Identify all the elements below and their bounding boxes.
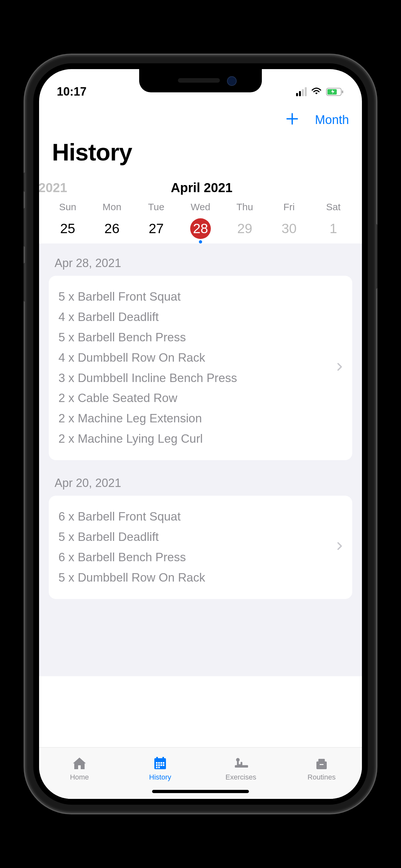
tab-home[interactable]: Home bbox=[39, 748, 120, 789]
calendar-month-header: 2021 April 2021 bbox=[39, 173, 362, 195]
cellular-signal-icon bbox=[296, 87, 307, 96]
day-number[interactable]: 25 bbox=[58, 218, 78, 239]
day-number[interactable]: 26 bbox=[102, 218, 122, 239]
svg-rect-17 bbox=[156, 767, 158, 768]
status-icons bbox=[296, 87, 344, 97]
svg-rect-16 bbox=[163, 764, 164, 766]
page-title: History bbox=[39, 132, 362, 173]
month-view-button[interactable]: Month bbox=[315, 113, 349, 127]
section-date-label: Apr 20, 2021 bbox=[49, 473, 352, 496]
workout-item: 3 x Dumbbell Incline Bench Press bbox=[58, 368, 337, 389]
workout-list: 5 x Barbell Front Squat4 x Barbell Deadl… bbox=[58, 287, 337, 449]
svg-rect-14 bbox=[158, 764, 160, 766]
workout-item: 6 x Barbell Front Squat bbox=[58, 507, 337, 527]
calendar-week-row[interactable]: Sun25Mon26Tue27Wed28Thu29Fri30Sat1 bbox=[39, 195, 362, 244]
wifi-icon bbox=[311, 87, 322, 97]
app-screen: 10:17 bbox=[39, 69, 362, 799]
day-number[interactable]: 30 bbox=[279, 218, 299, 239]
workout-item: 4 x Dumbbell Row On Rack bbox=[58, 348, 337, 368]
day-number[interactable]: 28 bbox=[190, 218, 211, 239]
current-month-label: April 2021 bbox=[41, 181, 362, 195]
day-name-label: Sun bbox=[45, 202, 90, 213]
workout-card[interactable]: 6 x Barbell Front Squat5 x Barbell Deadl… bbox=[49, 496, 352, 599]
calendar-day[interactable]: Thu29 bbox=[223, 202, 267, 244]
section-date-label: Apr 28, 2021 bbox=[49, 253, 352, 276]
routines-icon bbox=[313, 755, 330, 771]
workout-item: 6 x Barbell Bench Press bbox=[58, 547, 337, 568]
calendar-day[interactable]: Wed28 bbox=[178, 202, 222, 244]
workout-item: 5 x Barbell Bench Press bbox=[58, 328, 337, 348]
workout-item: 5 x Dumbbell Row On Rack bbox=[58, 568, 337, 588]
workout-item: 5 x Barbell Deadlift bbox=[58, 527, 337, 547]
exercises-icon bbox=[233, 755, 249, 771]
day-name-label: Wed bbox=[178, 202, 222, 213]
tab-label: Exercises bbox=[225, 773, 256, 781]
tab-label: Routines bbox=[308, 773, 336, 781]
nav-bar: Month bbox=[39, 101, 362, 132]
tab-history[interactable]: History bbox=[120, 748, 201, 789]
svg-rect-18 bbox=[158, 767, 160, 768]
calendar-day[interactable]: Mon26 bbox=[90, 202, 134, 244]
svg-rect-2 bbox=[342, 90, 343, 93]
history-content[interactable]: Apr 28, 20215 x Barbell Front Squat4 x B… bbox=[39, 244, 362, 676]
calendar-day[interactable]: Sat1 bbox=[311, 202, 356, 244]
chevron-right-icon bbox=[337, 541, 343, 553]
day-name-label: Mon bbox=[90, 202, 134, 213]
add-button[interactable] bbox=[286, 111, 299, 129]
day-name-label: Sat bbox=[311, 202, 356, 213]
status-time: 10:17 bbox=[57, 85, 87, 98]
tab-label: Home bbox=[70, 773, 89, 781]
workout-item: 2 x Machine Lying Leg Curl bbox=[58, 429, 337, 449]
day-number[interactable]: 29 bbox=[235, 218, 255, 239]
svg-rect-8 bbox=[162, 757, 164, 760]
calendar-day[interactable]: Fri30 bbox=[267, 202, 311, 244]
day-name-label: Thu bbox=[223, 202, 267, 213]
history-icon bbox=[152, 755, 168, 771]
svg-rect-9 bbox=[156, 762, 158, 764]
workout-item: 2 x Cable Seated Row bbox=[58, 388, 337, 408]
workout-list: 6 x Barbell Front Squat5 x Barbell Deadl… bbox=[58, 507, 337, 588]
svg-rect-12 bbox=[163, 762, 164, 764]
svg-rect-6 bbox=[154, 758, 166, 762]
workout-dot-indicator bbox=[199, 240, 202, 244]
svg-rect-23 bbox=[320, 764, 323, 765]
battery-icon bbox=[326, 88, 344, 96]
svg-rect-22 bbox=[318, 759, 325, 763]
svg-rect-11 bbox=[160, 762, 162, 764]
workout-item: 5 x Barbell Front Squat bbox=[58, 287, 337, 307]
day-number[interactable]: 27 bbox=[146, 218, 166, 239]
home-icon bbox=[71, 755, 88, 771]
home-indicator[interactable] bbox=[152, 790, 249, 793]
chevron-right-icon bbox=[337, 362, 343, 374]
day-name-label: Tue bbox=[134, 202, 178, 213]
workout-item: 2 x Machine Leg Extension bbox=[58, 408, 337, 429]
tab-label: History bbox=[149, 773, 171, 781]
calendar-day[interactable]: Sun25 bbox=[45, 202, 90, 244]
svg-rect-10 bbox=[158, 762, 160, 764]
device-notch bbox=[139, 69, 262, 92]
workout-item: 4 x Barbell Deadlift bbox=[58, 307, 337, 328]
workout-card[interactable]: 5 x Barbell Front Squat4 x Barbell Deadl… bbox=[49, 276, 352, 460]
tab-routines[interactable]: Routines bbox=[281, 748, 362, 789]
svg-rect-7 bbox=[156, 757, 158, 760]
svg-rect-13 bbox=[156, 764, 158, 766]
tab-exercises[interactable]: Exercises bbox=[201, 748, 281, 789]
day-number[interactable]: 1 bbox=[323, 218, 343, 239]
calendar-day[interactable]: Tue27 bbox=[134, 202, 178, 244]
day-name-label: Fri bbox=[267, 202, 311, 213]
svg-rect-15 bbox=[160, 764, 162, 766]
